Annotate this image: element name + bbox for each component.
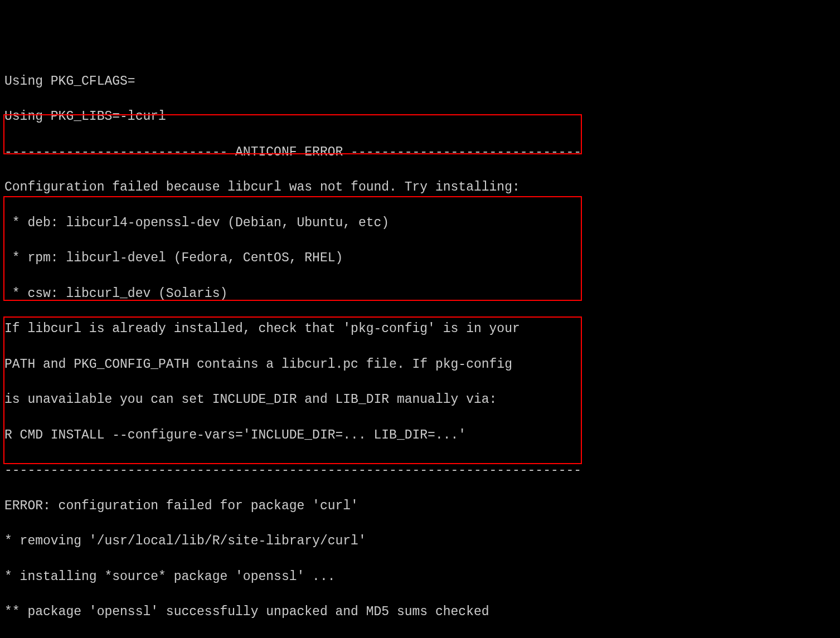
terminal-line: Using PKG_CFLAGS= bbox=[4, 73, 836, 91]
anticonf-error-header: ----------------------------- ANTICONF E… bbox=[4, 144, 836, 162]
terminal-line: is unavailable you can set INCLUDE_DIR a… bbox=[4, 391, 836, 409]
error-line: ERROR: configuration failed for package … bbox=[4, 498, 836, 515]
terminal-line: R CMD INSTALL --configure-vars='INCLUDE_… bbox=[4, 427, 836, 445]
terminal-line: * csw: libcurl_dev (Solaris) bbox=[4, 285, 836, 303]
terminal-line: * removing '/usr/local/lib/R/site-librar… bbox=[4, 533, 836, 551]
terminal-line: PATH and PKG_CONFIG_PATH contains a libc… bbox=[4, 356, 836, 374]
terminal-line: * rpm: libcurl-devel (Fedora, CentOS, RH… bbox=[4, 250, 836, 267]
terminal-line: Using PKG_LIBS=-lcurl bbox=[4, 108, 836, 126]
terminal-line: * deb: libcurl4-openssl-dev (Debian, Ubu… bbox=[4, 215, 836, 232]
terminal-line: If libcurl is already installed, check t… bbox=[4, 320, 836, 338]
terminal-line: Configuration failed because libcurl was… bbox=[4, 179, 836, 197]
terminal-line: * installing *source* package 'openssl' … bbox=[4, 568, 836, 586]
terminal-line: ** package 'openssl' successfully unpack… bbox=[4, 603, 836, 621]
divider-line: ----------------------------------------… bbox=[4, 462, 836, 480]
